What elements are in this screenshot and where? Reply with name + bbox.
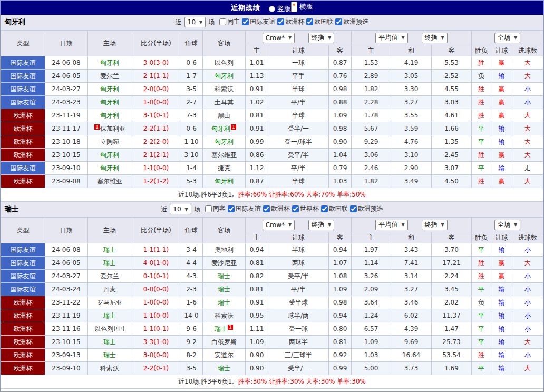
layout-radio-group: 竖版横版: [269, 2, 313, 14]
away-team-name[interactable]: 科索沃: [215, 85, 234, 93]
home-team-name[interactable]: 立陶宛: [100, 138, 119, 145]
filter-checkbox[interactable]: 欧洲杯: [263, 204, 290, 213]
score-cell[interactable]: 1-0(0-0): [132, 96, 180, 109]
home-team-name[interactable]: 保加利亚: [100, 125, 125, 132]
checkbox-input[interactable]: [306, 18, 313, 25]
checkbox-input[interactable]: [292, 205, 299, 212]
home-team-name[interactable]: 匈牙利: [100, 112, 119, 119]
filter-checkbox[interactable]: 国际友谊: [228, 204, 261, 213]
final-odds-select[interactable]: 终指▼: [308, 220, 334, 230]
home-team-name[interactable]: 匈牙利: [100, 164, 119, 172]
home-team-name[interactable]: 丹麦: [103, 286, 116, 293]
away-team-name[interactable]: 塞尔维亚: [211, 151, 237, 159]
filter-checkbox[interactable]: 欧国联: [306, 17, 333, 26]
score-cell[interactable]: 3-0(0-0): [132, 349, 180, 362]
checkbox-input[interactable]: [228, 205, 235, 212]
layout-option[interactable]: 横版: [291, 2, 313, 12]
away-team-name[interactable]: 以色列: [215, 59, 234, 66]
score-cell[interactable]: 4-0(1-0): [132, 257, 180, 270]
away-team-name[interactable]: 瑞士: [215, 325, 227, 332]
filter-checkbox[interactable]: 欧洲杯: [277, 17, 304, 26]
checkbox-input[interactable]: [335, 18, 342, 25]
scope-select[interactable]: 全场▼: [494, 220, 520, 230]
away-team-name[interactable]: 安道尔: [215, 351, 234, 359]
checkbox-label: 同主: [227, 17, 240, 26]
away-team-name[interactable]: 土耳其: [215, 99, 234, 106]
home-team-name[interactable]: 瑞士: [103, 338, 116, 346]
score-cell[interactable]: 1-1(0-1): [132, 322, 180, 336]
away-team-name[interactable]: 瑞士: [218, 272, 230, 280]
score-cell[interactable]: 3-1(0-1): [132, 109, 180, 122]
score-cell[interactable]: 2-2(2-0): [132, 135, 180, 149]
layout-option[interactable]: 竖版: [269, 4, 291, 14]
checkbox-input[interactable]: [205, 205, 212, 212]
filter-checkbox[interactable]: 同主: [219, 17, 240, 26]
scope-select[interactable]: 全场▼: [494, 33, 520, 43]
final-odds-select[interactable]: 终指▼: [308, 33, 334, 43]
score-cell[interactable]: 0-0(0-0): [132, 283, 180, 296]
away-team-name[interactable]: 匈牙利: [215, 138, 234, 145]
score-cell[interactable]: 1-1(0-0): [132, 309, 180, 322]
match-date-cell: 23-09-10: [45, 362, 88, 375]
away-team-name[interactable]: 捷克: [218, 164, 230, 172]
away-team-name[interactable]: 瑞士: [218, 299, 230, 306]
recent-count-select[interactable]: 10 ▼: [184, 17, 206, 27]
average-select[interactable]: 平均值▼: [375, 220, 407, 230]
away-team-name[interactable]: 匈牙利: [215, 72, 234, 80]
score-cell[interactable]: 1-1(0-0): [132, 162, 180, 175]
score-cell[interactable]: 2-2(1-1): [132, 122, 180, 135]
score-cell[interactable]: 2-0(0-0): [132, 83, 180, 96]
home-team-name[interactable]: 匈牙利: [100, 99, 119, 106]
away-team-name[interactable]: 瑞士: [218, 286, 230, 293]
checkbox-input[interactable]: [242, 18, 249, 25]
score-cell[interactable]: 3-0(3-0): [132, 56, 180, 70]
filter-checkbox[interactable]: 欧洲预选: [335, 17, 368, 26]
score-cell[interactable]: 1-0(0-0): [132, 296, 180, 309]
home-team-name[interactable]: 塞尔维亚: [97, 178, 122, 185]
home-team-name[interactable]: 匈牙利: [100, 151, 119, 159]
score-cell[interactable]: 2-1(2-1): [132, 149, 180, 162]
home-team-name[interactable]: 匈牙利: [100, 59, 119, 66]
bookmaker-select[interactable]: Crow*▼: [263, 33, 295, 43]
filter-checkbox[interactable]: 欧国联: [321, 204, 348, 213]
away-team-name[interactable]: 瑞士: [218, 365, 230, 372]
away-team-name[interactable]: 匈牙利: [211, 125, 230, 132]
score-cell[interactable]: 0-1(0-1): [132, 270, 180, 283]
away-team-name[interactable]: 白俄罗斯: [211, 338, 237, 346]
away-team-name[interactable]: 黑山: [218, 112, 230, 119]
away-team-name[interactable]: 爱沙尼亚: [211, 259, 237, 267]
average-select[interactable]: 平均值▼: [375, 33, 407, 43]
bookmaker-select[interactable]: Crow*▼: [263, 220, 295, 230]
final-odds-select[interactable]: 终指▼: [422, 220, 448, 230]
home-team-name[interactable]: 科索沃: [100, 365, 119, 372]
filter-checkbox[interactable]: 同客: [205, 204, 226, 213]
away-team-name[interactable]: 奥地利: [215, 246, 234, 253]
home-team-name[interactable]: 以色列(中): [94, 325, 124, 332]
home-team-name[interactable]: 瑞士: [103, 259, 116, 267]
filter-checkbox[interactable]: 欧洲预选: [350, 204, 383, 213]
home-team-name[interactable]: 罗马尼亚: [97, 299, 122, 306]
recent-count-select[interactable]: 10 ▼: [170, 204, 191, 214]
checkbox-input[interactable]: [277, 18, 284, 25]
score-cell[interactable]: 3-3(1-0): [132, 336, 180, 349]
home-team-name[interactable]: 爱尔兰: [100, 72, 119, 80]
score-cell[interactable]: 1-2(1-2): [132, 175, 180, 188]
checkbox-input[interactable]: [219, 18, 226, 25]
checkbox-input[interactable]: [350, 205, 357, 212]
score-cell[interactable]: 1-1(1-1): [132, 243, 180, 257]
checkbox-input[interactable]: [321, 205, 328, 212]
away-team-name[interactable]: 匈牙利: [215, 178, 234, 185]
home-team-name[interactable]: 瑞士: [103, 246, 116, 253]
home-team-name[interactable]: 匈牙利: [100, 85, 119, 93]
final-odds-select[interactable]: 终指▼: [422, 33, 448, 43]
away-team-name[interactable]: 科索沃: [215, 312, 234, 319]
home-team-name[interactable]: 爱尔兰: [100, 272, 119, 280]
filter-checkbox[interactable]: 国际友谊: [242, 17, 275, 26]
score-cell[interactable]: 2-1(1-1): [132, 70, 180, 83]
euro-home-odds: 1.24: [352, 309, 391, 322]
score-cell[interactable]: 2-2(0-1): [132, 362, 180, 375]
filter-checkbox[interactable]: 世界杯: [292, 204, 319, 213]
checkbox-input[interactable]: [263, 205, 270, 212]
home-team-name[interactable]: 瑞士: [103, 351, 116, 359]
home-team-name[interactable]: 瑞士: [103, 312, 116, 319]
